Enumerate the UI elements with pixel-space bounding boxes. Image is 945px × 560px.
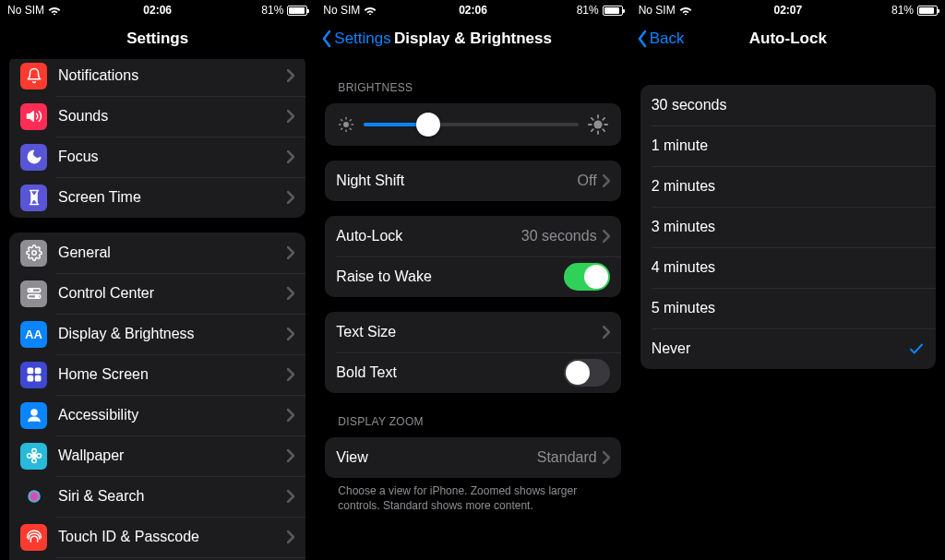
bold-text-toggle[interactable] — [564, 359, 610, 387]
chevron-right-icon — [287, 530, 294, 543]
svg-marker-0 — [27, 112, 33, 122]
svg-point-13 — [31, 459, 36, 463]
settings-row-notifications[interactable]: Notifications — [9, 59, 305, 96]
moon-icon — [20, 144, 47, 171]
auto-lock-row[interactable]: Auto-Lock 30 seconds — [325, 216, 620, 256]
settings-row-general[interactable]: General — [9, 232, 305, 273]
raise-to-wake-toggle[interactable] — [564, 263, 610, 291]
chevron-right-icon — [287, 409, 294, 422]
bell-icon — [20, 63, 47, 89]
row-label: Screen Time — [58, 189, 287, 206]
check-icon — [908, 340, 925, 357]
svg-point-26 — [593, 120, 602, 128]
settings-row-sounds[interactable]: Sounds — [9, 96, 305, 137]
option-label: 4 minutes — [652, 259, 925, 276]
svg-point-16 — [28, 490, 41, 503]
fingerprint-icon — [20, 524, 47, 551]
settings-row-screen-time[interactable]: Screen Time — [9, 177, 305, 218]
status-bar: No SIM 02:06 81% — [316, 2, 629, 18]
chevron-right-icon — [287, 191, 294, 204]
nav-bar: Settings — [0, 18, 315, 59]
auto-lock-option-4-minutes[interactable]: 4 minutes — [640, 247, 936, 288]
person-icon — [20, 402, 47, 429]
auto-lock-option-2-minutes[interactable]: 2 minutes — [640, 166, 936, 207]
auto-lock-options-group: 30 seconds1 minute2 minutes3 minutes4 mi… — [640, 85, 936, 369]
night-shift-row[interactable]: Night Shift Off — [325, 161, 620, 201]
chevron-right-icon — [287, 449, 294, 462]
page-title: Settings — [126, 30, 188, 48]
bold-text-row[interactable]: Bold Text — [325, 352, 620, 393]
row-label: Focus — [58, 149, 287, 165]
raise-to-wake-row[interactable]: Raise to Wake — [325, 256, 620, 297]
nav-bar: Back Auto-Lock — [631, 18, 945, 59]
switches-icon — [20, 280, 47, 307]
settings-row-accessibility[interactable]: Accessibility — [9, 395, 305, 435]
row-label: Notifications — [58, 67, 287, 84]
settings-row-touch-id-passcode[interactable]: Touch ID & Passcode — [9, 517, 305, 557]
option-label: 2 minutes — [652, 178, 925, 195]
svg-point-10 — [31, 410, 37, 415]
speaker-icon — [20, 103, 47, 130]
row-label: Wallpaper — [58, 447, 287, 464]
svg-line-32 — [603, 129, 604, 131]
svg-point-17 — [343, 122, 349, 127]
page-title: Auto-Lock — [749, 30, 827, 48]
settings-row-home-screen[interactable]: Home Screen — [9, 354, 305, 395]
text-size-row[interactable]: Text Size — [325, 312, 620, 352]
grid-icon — [20, 362, 47, 388]
gear-icon — [20, 240, 47, 267]
view-row[interactable]: View Standard — [325, 437, 620, 478]
back-button[interactable]: Back — [637, 18, 685, 59]
chevron-right-icon — [603, 174, 610, 187]
display-zoom-header: DISPLAY ZOOM — [338, 415, 620, 428]
svg-rect-6 — [28, 368, 32, 373]
chevron-right-icon — [287, 328, 294, 340]
AA-icon: AA — [20, 321, 47, 348]
raise-to-wake-label: Raise to Wake — [336, 268, 563, 285]
row-label: Home Screen — [58, 366, 287, 383]
settings-row-display-brightness[interactable]: AADisplay & Brightness — [9, 314, 305, 354]
auto-lock-option-3-minutes[interactable]: 3 minutes — [640, 207, 936, 247]
settings-group-notifications: NotificationsSoundsFocusScreen Time — [9, 59, 305, 218]
status-time: 02:06 — [316, 4, 629, 17]
svg-point-11 — [31, 454, 36, 459]
chevron-right-icon — [603, 230, 610, 243]
brightness-slider[interactable] — [364, 123, 578, 126]
sun-small-icon — [338, 116, 354, 133]
option-label: Never — [652, 340, 908, 357]
night-shift-value: Off — [578, 173, 597, 189]
bold-text-label: Bold Text — [336, 364, 563, 381]
page-title: Display & Brightness — [394, 30, 552, 48]
chevron-right-icon — [603, 451, 610, 464]
settings-row-focus[interactable]: Focus — [9, 137, 305, 177]
svg-line-31 — [592, 118, 593, 120]
battery-icon — [287, 6, 307, 16]
svg-point-12 — [31, 449, 36, 454]
auto-lock-option-never[interactable]: Never — [640, 328, 936, 369]
brightness-slider-row[interactable] — [325, 103, 620, 146]
chevron-right-icon — [287, 150, 294, 163]
back-label: Back — [650, 30, 685, 48]
svg-line-22 — [341, 120, 342, 121]
auto-lock-label: Auto-Lock — [336, 228, 520, 244]
row-label: General — [58, 244, 287, 261]
settings-row-siri-search[interactable]: Siri & Search — [9, 476, 305, 517]
auto-lock-option-30-seconds[interactable]: 30 seconds — [640, 85, 936, 125]
battery-icon — [603, 6, 623, 16]
svg-point-15 — [37, 454, 42, 459]
chevron-right-icon — [287, 110, 294, 123]
svg-rect-8 — [28, 376, 32, 381]
row-label: Control Center — [58, 285, 287, 302]
auto-lock-option-5-minutes[interactable]: 5 minutes — [640, 288, 936, 328]
settings-group-general: GeneralControl CenterAADisplay & Brightn… — [9, 232, 305, 560]
settings-row-wallpaper[interactable]: Wallpaper — [9, 435, 305, 476]
chevron-right-icon — [287, 246, 294, 259]
status-time: 02:06 — [0, 4, 315, 17]
settings-row-control-center[interactable]: Control Center — [9, 273, 305, 314]
auto-lock-option-1-minute[interactable]: 1 minute — [640, 125, 936, 166]
status-bar: No SIM 02:07 81% — [631, 2, 945, 18]
hourglass-icon — [20, 185, 47, 211]
view-value: Standard — [537, 449, 597, 466]
back-button[interactable]: Settings — [321, 18, 390, 59]
chevron-right-icon — [603, 326, 610, 339]
